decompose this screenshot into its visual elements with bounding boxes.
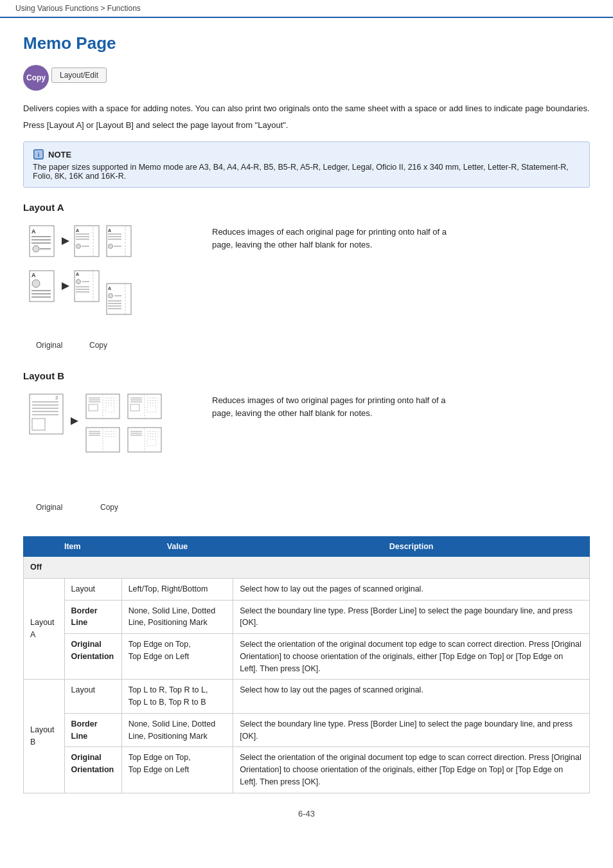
svg-point-35: [76, 280, 81, 284]
table-row: Border Line None, Solid Line, Dotted Lin…: [24, 713, 590, 747]
svg-point-15: [76, 244, 81, 249]
table-row: Layout A Layout Left/Top, Right/Bottom S…: [24, 578, 590, 600]
svg-text:Copy: Copy: [100, 503, 118, 512]
off-cell: Off: [24, 557, 590, 579]
svg-text:Original: Original: [36, 503, 62, 512]
note-label: NOTE: [48, 150, 71, 159]
col-header-item: Item: [24, 537, 122, 557]
svg-text:A: A: [76, 272, 79, 276]
svg-text:Copy: Copy: [89, 341, 107, 350]
layout-a-label: Layout A: [24, 578, 65, 680]
svg-rect-65: [89, 404, 98, 411]
description-1: Delivers copies with a space for adding …: [23, 102, 590, 115]
svg-marker-32: [62, 282, 69, 290]
layout-b-description: Reduces images of two original pages for…: [212, 388, 456, 419]
svg-text:i: i: [38, 151, 40, 158]
page-title: Memo Page: [23, 33, 590, 53]
layout-b-orient-desc: Select the orientation of the original d…: [233, 747, 590, 793]
layout-b-border-value: None, Solid Line, Dotted Line, Positioni…: [121, 713, 233, 747]
tag-area: Copy Layout/Edit: [23, 65, 590, 91]
table-row: Border Line None, Solid Line, Dotted Lin…: [24, 600, 590, 634]
note-box: i NOTE The paper sizes supported in Memo…: [23, 141, 590, 188]
table-row: Off: [24, 557, 590, 579]
data-table: Item Value Description Off Layout A Layo…: [23, 536, 590, 793]
layout-a-heading: Layout A: [23, 202, 590, 213]
layout-b-border-cell: Border Line: [64, 713, 121, 747]
layout-b-layout-cell: Layout: [64, 680, 121, 714]
layout-value: Left/Top, Right/Bottom: [121, 578, 233, 600]
layout-b-layout-value: Top L to R, Top R to L,Top L to B, Top R…: [121, 680, 233, 714]
copy-badge: Copy: [23, 65, 49, 91]
layout-b-layout-desc: Select how to lay out the pages of scann…: [233, 680, 590, 714]
table-row: OriginalOrientation Top Edge on Top,Top …: [24, 747, 590, 793]
layout-b-border-desc: Select the boundary line type. Press [Bo…: [233, 713, 590, 747]
svg-marker-9: [62, 237, 69, 245]
layout-b-label: Layout B: [24, 680, 65, 793]
border-line-value: None, Solid Line, Dotted Line, Positioni…: [121, 600, 233, 634]
svg-point-28: [32, 280, 40, 287]
orig-orient-value: Top Edge on Top,Top Edge on Left: [121, 634, 233, 680]
border-line-desc: Select the boundary line type. Press [Bo…: [233, 600, 590, 634]
svg-marker-60: [71, 417, 78, 425]
page-number: 6-43: [23, 809, 590, 818]
svg-rect-59: [32, 419, 45, 430]
layout-edit-tag: Layout/Edit: [51, 68, 107, 83]
svg-rect-80: [147, 406, 156, 412]
svg-point-43: [109, 294, 113, 298]
svg-text:A: A: [31, 228, 36, 235]
layout-a-illustration: A A A: [23, 219, 197, 354]
svg-rect-75: [130, 404, 139, 411]
layout-desc: Select how to lay out the pages of scann…: [233, 578, 590, 600]
layout-b-diagram: 2: [23, 388, 590, 518]
svg-text:A: A: [76, 228, 79, 233]
svg-rect-97: [147, 439, 156, 446]
svg-text:A: A: [108, 228, 111, 233]
svg-point-7: [33, 246, 39, 252]
svg-text:2: 2: [55, 395, 58, 401]
table-row: OriginalOrientation Top Edge on Top,Top …: [24, 634, 590, 680]
layout-b-illustration: 2: [23, 388, 197, 516]
layout-b-svg: 2: [23, 388, 197, 518]
layout-b-orient-cell: OriginalOrientation: [64, 747, 121, 793]
note-header: i NOTE: [33, 149, 580, 160]
layout-a-svg: A A A: [23, 219, 197, 356]
layout-a-description: Reduces images of each original page for…: [212, 219, 456, 251]
layout-b-orient-value: Top Edge on Top,Top Edge on Left: [121, 747, 233, 793]
svg-point-23: [109, 244, 113, 249]
layout-b-heading: Layout B: [23, 370, 590, 381]
col-header-value: Value: [121, 537, 233, 557]
layout-a-diagram: A A A: [23, 219, 590, 356]
orig-orient-desc: Select the orientation of the original d…: [233, 634, 590, 680]
table-row: Layout B Layout Top L to R, Top R to L,T…: [24, 680, 590, 714]
breadcrumb: Using Various Functions > Functions: [0, 0, 613, 18]
orig-orient-cell: OriginalOrientation: [64, 634, 121, 680]
layout-cell: Layout: [64, 578, 121, 600]
svg-text:Original: Original: [36, 341, 62, 350]
col-header-description: Description: [233, 537, 590, 557]
svg-text:A: A: [31, 272, 36, 278]
description-2: Press [Layout A] or [Layout B] and selec…: [23, 119, 590, 132]
svg-rect-70: [105, 406, 114, 412]
note-icon: i: [33, 149, 44, 160]
border-line-cell: Border Line: [64, 600, 121, 634]
svg-text:A: A: [108, 286, 111, 291]
note-text: The paper sizes supported in Memo mode a…: [33, 163, 569, 181]
